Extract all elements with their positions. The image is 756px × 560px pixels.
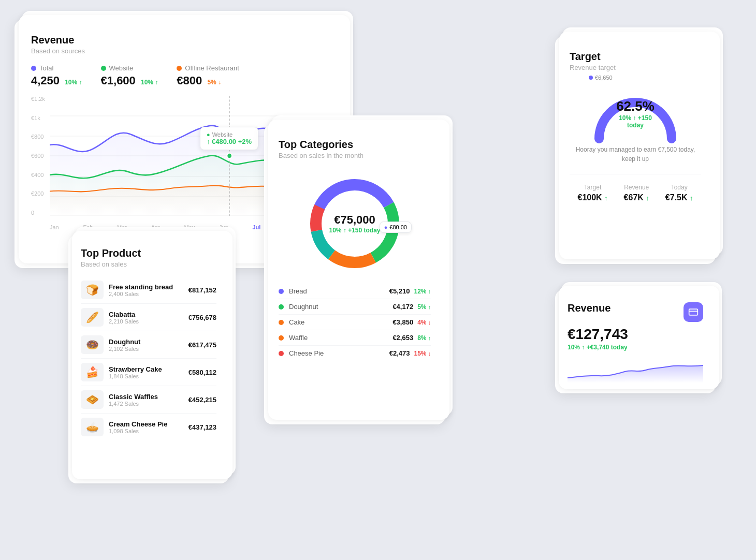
product-price: €437,123 <box>188 423 216 431</box>
target-metric-today: Today €7.5K ↑ <box>665 184 693 202</box>
target-subtitle: Revenue target <box>570 64 701 71</box>
product-subtitle: Based on sales <box>81 260 216 268</box>
category-dot <box>279 320 284 325</box>
metric-website: Website €1,600 10% ↑ <box>101 64 158 87</box>
website-badge: 10% ↑ <box>141 79 158 86</box>
product-name: Ciabatta <box>109 311 183 318</box>
product-sales: 1,098 Sales <box>109 428 183 434</box>
category-name: Cake <box>289 318 392 326</box>
category-pct: 5% <box>417 303 426 311</box>
category-list-item: Cheese Pie €2,473 15% ↓ <box>279 346 431 361</box>
donut-label-bubble: ● €80.00 <box>380 222 412 233</box>
product-price: €617,475 <box>188 341 216 349</box>
category-arrow: ↑ <box>428 288 431 294</box>
product-info: Free standing bread 2,400 Sales <box>109 283 183 297</box>
small-revenue-title: Revenue <box>568 302 610 314</box>
chart-y-labels: €1.2k €1k €800 €600 €400 €200 0 <box>31 96 45 216</box>
gauge-chart: €6,650 62.5% 10% ↑ +150 today <box>589 82 682 139</box>
product-info: Cream Cheese Pie 1,098 Sales <box>109 420 183 434</box>
gauge-sub: 10% ↑ +150 today <box>612 114 659 128</box>
product-name: Strawberry Cake <box>109 365 183 373</box>
product-info: Ciabatta 2,210 Sales <box>109 311 183 325</box>
product-sales: 2,210 Sales <box>109 318 183 325</box>
website-label: Website <box>109 64 134 72</box>
category-pct: 4% <box>417 319 426 326</box>
offline-label: Offline Restaurant <box>185 64 239 72</box>
product-sales: 1,472 Sales <box>109 401 183 407</box>
revenue-title: Revenue <box>31 34 329 46</box>
chart-tooltip: ● Website ↑ €480.00 +2% <box>200 127 258 150</box>
product-name: Free standing bread <box>109 283 183 291</box>
product-thumb: 🥧 <box>81 418 104 436</box>
total-dot <box>31 66 36 71</box>
category-dot <box>279 289 284 294</box>
category-value: €4,172 <box>392 303 413 311</box>
category-dot <box>279 304 284 310</box>
donut-label: €80.00 <box>389 224 407 230</box>
svg-point-8 <box>227 153 232 159</box>
gauge-label: €6,650 <box>595 75 613 81</box>
category-name: Waffle <box>289 334 392 342</box>
tooltip-label: Website <box>212 131 233 138</box>
product-price: €756,678 <box>188 314 216 321</box>
product-price: €452,215 <box>188 396 216 404</box>
target-metric-target: Target €100K ↑ <box>578 184 608 202</box>
target-metrics: Target €100K ↑ Revenue €67K ↑ Today €7.5… <box>570 174 701 202</box>
category-arrow: ↑ <box>428 335 431 341</box>
donut-value: €75,000 <box>329 213 380 227</box>
product-list-item: 🍰 Strawberry Cake 1,848 Sales €580,112 <box>81 359 216 386</box>
category-name: Bread <box>289 287 389 295</box>
total-value: 4,250 <box>31 74 60 87</box>
product-name: Classic Waffles <box>109 393 183 401</box>
product-list-item: 🥧 Cream Cheese Pie 1,098 Sales €437,123 <box>81 414 216 440</box>
category-arrow: ↑ <box>428 304 431 310</box>
product-price: €580,112 <box>188 369 216 376</box>
total-label: Total <box>39 64 53 72</box>
product-info: Doughnut 2,102 Sales <box>109 338 183 352</box>
product-sales: 2,102 Sales <box>109 346 183 352</box>
category-list-item: Cake €3,850 4% ↓ <box>279 315 431 330</box>
category-dot <box>279 335 284 341</box>
target-card: Target Revenue target €6,650 62.5% 10% ↑… <box>555 36 716 264</box>
category-value: €2,473 <box>389 349 410 357</box>
donut-chart: €75,000 10% ↑ +150 today ● €80.00 <box>303 172 406 275</box>
metric-offline: Offline Restaurant €800 5% ↓ <box>177 64 239 87</box>
category-pct: 12% <box>414 288 426 295</box>
target-message: Hooray you managed to earn €7,500 today,… <box>570 145 701 164</box>
revenue-metrics: Total 4,250 10% ↑ Website €1,600 10% ↑ O… <box>31 64 329 87</box>
product-thumb: 🍰 <box>81 363 104 381</box>
website-dot <box>101 66 106 71</box>
category-name: Cheese Pie <box>289 349 389 357</box>
top-categories-card: Top Categories Based on sales in the mon… <box>264 124 445 424</box>
gauge-dot <box>589 76 593 80</box>
target-metric-revenue: Revenue €67K ↑ <box>624 184 649 202</box>
tooltip-value: ↑ €480.00 +2% <box>207 138 252 145</box>
product-list: 🍞 Free standing bread 2,400 Sales €817,1… <box>81 276 216 440</box>
svg-rect-15 <box>689 309 698 315</box>
product-info: Strawberry Cake 1,848 Sales <box>109 365 183 379</box>
product-info: Classic Waffles 1,472 Sales <box>109 393 183 407</box>
category-value: €2,653 <box>392 334 413 342</box>
category-list-item: Waffle €2,653 8% ↑ <box>279 330 431 346</box>
category-list-item: Doughnut €4,172 5% ↑ <box>279 299 431 315</box>
target-title: Target <box>570 51 701 63</box>
offline-value: €800 <box>177 74 202 87</box>
product-list-item: 🥖 Ciabatta 2,210 Sales €756,678 <box>81 304 216 331</box>
product-sales: 2,400 Sales <box>109 291 183 297</box>
category-arrow: ↓ <box>428 319 431 326</box>
product-list-item: 🍞 Free standing bread 2,400 Sales €817,1… <box>81 276 216 304</box>
donut-center: €75,000 10% ↑ +150 today <box>329 213 380 234</box>
product-thumb: 🍩 <box>81 335 104 354</box>
revenue-small-card: Revenue €127,743 10% ↑ +€3,740 today <box>555 290 716 393</box>
small-revenue-value: €127,743 <box>568 326 703 343</box>
total-badge: 10% ↑ <box>65 79 82 86</box>
category-name: Doughnut <box>289 303 392 311</box>
metric-total: Total 4,250 10% ↑ <box>31 64 82 87</box>
product-price: €817,152 <box>188 286 216 294</box>
category-value: €5,210 <box>389 287 410 295</box>
top-product-card: Top Product Based on sales 🍞 Free standi… <box>68 235 229 483</box>
product-title: Top Product <box>81 247 216 259</box>
product-name: Cream Cheese Pie <box>109 420 183 428</box>
categories-list: Bread €5,210 12% ↑ Doughnut €4,172 5% ↑ … <box>279 284 431 361</box>
category-list-item: Bread €5,210 12% ↑ <box>279 284 431 299</box>
